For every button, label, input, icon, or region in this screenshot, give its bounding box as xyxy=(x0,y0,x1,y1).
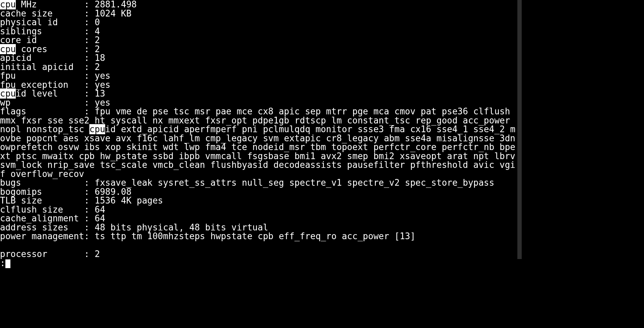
terminal-scrollbar-track[interactable] xyxy=(517,0,522,259)
search-highlight: cpu xyxy=(89,124,105,134)
terminal-output: cpu MHz : 2881.498 cache size : 1024 KB … xyxy=(0,0,517,268)
terminal-scrollbar-thumb[interactable] xyxy=(517,0,522,259)
right-padding xyxy=(522,0,644,328)
search-highlight: cpu xyxy=(0,88,16,99)
search-highlight: cpu xyxy=(0,0,16,9)
pager-prompt[interactable]: : xyxy=(0,258,5,268)
search-highlight: cpu xyxy=(0,44,16,54)
terminal-cursor xyxy=(5,259,11,268)
